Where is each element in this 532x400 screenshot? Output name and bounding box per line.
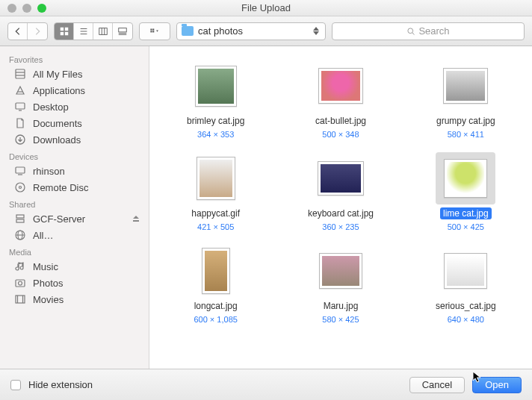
svg-line-18 [412,32,415,34]
svg-rect-32 [133,220,139,222]
file-name: brimley cat.jpg [184,115,247,127]
file-item[interactable]: grumpy cat.jpg580 × 411 [407,60,525,139]
list-view-button[interactable] [74,23,93,40]
hide-extension-checkbox[interactable] [10,380,21,390]
sidebar-section-header: Shared [0,196,149,210]
main-area: FavoritesAll My FilesApplicationsDesktop… [0,46,532,369]
sidebar-section-header: Favorites [0,51,149,66]
all-files-icon [13,68,27,80]
sidebar-item-label: Remote Disc [33,182,88,193]
file-thumbnail [311,152,371,204]
back-button[interactable] [8,23,28,40]
file-item[interactable]: cat-bullet.jpg500 × 348 [282,60,399,139]
svg-rect-2 [60,31,63,34]
file-item[interactable]: longcat.jpg600 × 1,085 [157,245,274,324]
file-dimensions: 500 × 348 [322,130,359,139]
file-item[interactable]: keyboard cat.jpg360 × 235 [282,152,399,231]
sidebar: FavoritesAll My FilesApplicationsDesktop… [0,46,149,369]
toolbar: cat photos Search [0,16,532,46]
file-item[interactable]: serious_cat.jpg640 × 480 [407,245,525,324]
sidebar-item-label: All… [33,230,53,241]
file-thumbnail [311,245,371,297]
file-dimensions: 640 × 480 [448,315,484,324]
downloads-icon [13,134,27,146]
file-name: longcat.jpg [191,300,241,312]
svg-rect-15 [150,31,152,32]
footer: Hide extension Cancel Open [0,369,532,400]
sidebar-item[interactable]: Desktop [0,99,149,115]
sidebar-item[interactable]: Movies [0,291,149,307]
applications-icon [13,84,27,96]
file-dimensions: 600 × 1,085 [194,315,237,324]
file-item[interactable]: brimley cat.jpg364 × 353 [157,60,274,139]
sidebar-item[interactable]: All… [0,227,149,243]
sidebar-item-label: Applications [33,85,85,96]
sidebar-item-label: All My Files [33,69,82,80]
file-dimensions: 364 × 353 [197,130,234,139]
sidebar-item[interactable]: All My Files [0,66,149,82]
svg-rect-7 [99,28,107,34]
file-grid: brimley cat.jpg364 × 353cat-bullet.jpg50… [149,46,532,369]
sidebar-item[interactable]: Documents [0,115,149,131]
svg-point-17 [408,28,413,33]
file-name: serious_cat.jpg [433,300,499,312]
documents-icon [13,117,27,129]
file-dimensions: 360 × 235 [322,222,359,231]
sidebar-item[interactable]: Downloads [0,131,149,148]
svg-point-29 [19,187,22,189]
svg-rect-36 [16,280,25,287]
svg-rect-3 [64,31,67,34]
sidebar-item[interactable]: Remote Disc [0,179,149,196]
titlebar: File Upload [0,0,532,16]
file-name: keyboard cat.jpg [305,207,377,219]
open-button[interactable]: Open [472,377,522,393]
file-name: grumpy cat.jpg [433,115,498,127]
nav-buttons [7,22,48,40]
sidebar-section-header: Devices [0,148,149,163]
file-thumbnail [436,245,495,297]
forward-button[interactable] [28,23,47,40]
column-view-button[interactable] [93,23,113,40]
photos-icon [13,277,27,289]
sidebar-item-label: Downloads [33,134,81,146]
file-thumbnail [311,60,371,112]
search-input[interactable]: Search [332,22,525,40]
search-placeholder: Search [418,25,449,37]
path-dropdown[interactable]: cat photos [176,22,326,40]
file-item[interactable]: lime cat.jpg500 × 425 [407,152,525,231]
file-item[interactable]: Maru.jpg580 × 425 [282,245,399,324]
path-folder-name: cat photos [198,25,307,37]
open-button-label: Open [485,379,509,390]
coverflow-view-button[interactable] [113,23,132,40]
svg-rect-31 [16,219,24,222]
svg-rect-30 [16,215,24,218]
sidebar-item[interactable]: Music [0,258,149,275]
svg-rect-23 [16,103,25,109]
svg-rect-10 [119,28,127,31]
sidebar-section-header: Media [0,243,149,258]
sidebar-item[interactable]: Photos [0,275,149,291]
svg-rect-38 [16,296,25,303]
sidebar-item-label: Desktop [33,101,69,113]
folder-icon [182,26,194,36]
svg-point-28 [16,183,25,192]
file-thumbnail [436,60,495,112]
window-title: File Upload [0,2,532,13]
sidebar-item[interactable]: Applications [0,82,149,99]
sidebar-item-label: Photos [33,278,63,289]
eject-icon[interactable] [132,213,140,225]
globe-icon [13,229,27,241]
music-icon [13,260,27,272]
chevron-updown-icon [312,27,321,35]
file-thumbnail [436,152,495,204]
sidebar-item[interactable]: rhinson [0,163,149,179]
sidebar-item[interactable]: GCF-Server [0,210,149,227]
icon-view-button[interactable] [55,23,74,40]
desktop-icon [13,101,27,113]
cancel-button[interactable]: Cancel [409,377,465,393]
arrange-button[interactable] [140,23,170,40]
file-item[interactable]: happycat.gif421 × 505 [157,152,274,231]
file-dimensions: 500 × 425 [448,222,484,231]
svg-rect-26 [16,167,25,173]
file-thumbnail [186,245,246,297]
